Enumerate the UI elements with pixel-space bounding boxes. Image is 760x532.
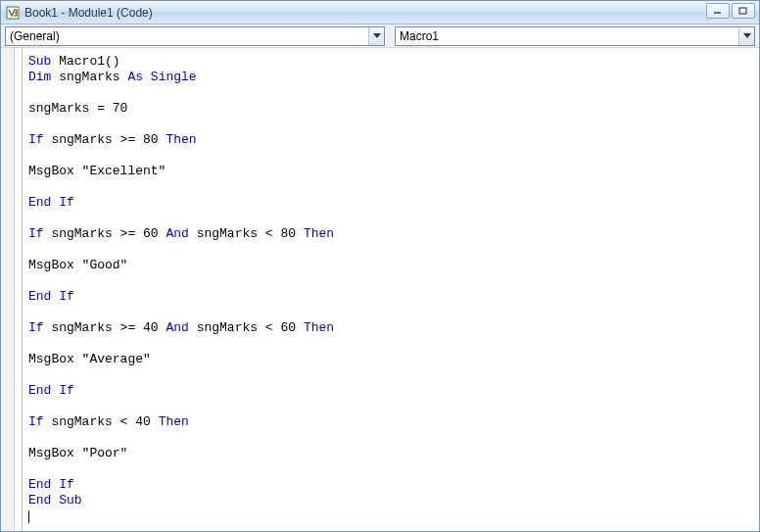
- titlebar: Book1 - Module1 (Code): [1, 1, 759, 24]
- chevron-down-icon: [738, 27, 754, 45]
- object-dropdown-value: (General): [6, 29, 368, 43]
- breakpoint-gutter[interactable]: [1, 48, 15, 531]
- object-dropdown[interactable]: (General): [5, 26, 385, 46]
- dropdown-bar: (General) Macro1: [1, 24, 759, 48]
- procedure-dropdown[interactable]: Macro1: [395, 26, 755, 46]
- minimize-button[interactable]: [706, 3, 730, 19]
- code-margin: [15, 48, 23, 531]
- code-area: Sub Macro1() Dim sngMarks As Single sngM…: [1, 48, 759, 531]
- maximize-button[interactable]: [732, 3, 755, 19]
- chevron-down-icon: [368, 27, 384, 45]
- vba-module-icon: [5, 5, 21, 21]
- window-controls: [706, 3, 755, 19]
- svg-rect-2: [739, 8, 746, 14]
- code-editor[interactable]: Sub Macro1() Dim sngMarks As Single sngM…: [23, 48, 759, 531]
- window-title: Book1 - Module1 (Code): [24, 6, 153, 20]
- procedure-dropdown-value: Macro1: [396, 29, 738, 43]
